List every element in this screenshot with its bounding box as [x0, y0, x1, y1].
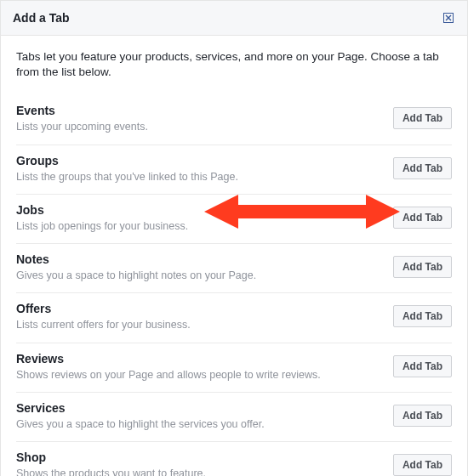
tab-description: Lists job openings for your business.: [16, 219, 385, 233]
dialog-header: Add a Tab: [1, 1, 467, 36]
dialog-title: Add a Tab: [13, 11, 70, 25]
tab-name: Offers: [16, 302, 385, 315]
tab-name: Groups: [16, 154, 385, 167]
add-tab-button-jobs[interactable]: Add Tab: [393, 207, 452, 229]
add-tab-button-shop[interactable]: Add Tab: [393, 454, 452, 476]
add-tab-button-notes[interactable]: Add Tab: [393, 256, 452, 278]
tab-row-notes: NotesGives you a space to highlight note…: [16, 243, 452, 292]
tab-row-groups: GroupsLists the groups that you've linke…: [16, 144, 452, 194]
tab-description: Lists current offers for your business.: [16, 318, 385, 332]
tab-info: ServicesGives you a space to highlight t…: [16, 401, 393, 431]
tab-info: ShopShows the products you want to featu…: [16, 450, 393, 476]
tab-info: ReviewsShows reviews on your Page and al…: [16, 352, 393, 382]
tab-row-offers: OffersLists current offers for your busi…: [16, 292, 452, 342]
tab-name: Services: [16, 401, 385, 415]
tab-row-reviews: ReviewsShows reviews on your Page and al…: [16, 343, 452, 392]
add-tab-button-offers[interactable]: Add Tab: [393, 305, 452, 327]
tab-description: Shows the products you want to feature.: [16, 467, 385, 476]
tab-row-jobs: JobsLists job openings for your business…: [16, 194, 452, 243]
close-icon: [443, 13, 454, 23]
tab-info: JobsLists job openings for your business…: [16, 203, 393, 233]
tab-name: Shop: [16, 450, 385, 464]
close-button[interactable]: [442, 11, 455, 25]
tab-info: EventsLists your upcoming events.: [16, 104, 393, 133]
add-tab-button-services[interactable]: Add Tab: [393, 405, 452, 427]
tab-description: Shows reviews on your Page and allows pe…: [16, 368, 385, 382]
add-tab-button-groups[interactable]: Add Tab: [393, 157, 452, 179]
tab-name: Reviews: [16, 352, 385, 366]
tab-info: NotesGives you a space to highlight note…: [16, 252, 393, 282]
tab-description: Gives you a space to highlight notes on …: [16, 269, 385, 282]
add-tab-button-reviews[interactable]: Add Tab: [393, 355, 452, 377]
intro-text: Tabs let you feature your products, serv…: [16, 49, 452, 80]
tab-name: Events: [16, 104, 385, 117]
tab-name: Notes: [16, 252, 385, 266]
tab-name: Jobs: [16, 203, 385, 217]
tab-info: GroupsLists the groups that you've linke…: [16, 154, 393, 184]
tab-description: Lists your upcoming events.: [16, 120, 385, 133]
tab-info: OffersLists current offers for your busi…: [16, 302, 393, 332]
tab-list: EventsLists your upcoming events.Add Tab…: [16, 95, 452, 476]
add-tab-button-events[interactable]: Add Tab: [393, 107, 452, 129]
tab-description: Lists the groups that you've linked to t…: [16, 170, 385, 184]
add-tab-dialog: Add a Tab Tabs let you feature your prod…: [0, 0, 468, 476]
tab-row-shop: ShopShows the products you want to featu…: [16, 441, 452, 476]
dialog-body: Tabs let you feature your products, serv…: [1, 36, 467, 476]
tab-row-services: ServicesGives you a space to highlight t…: [16, 392, 452, 441]
tab-row-events: EventsLists your upcoming events.Add Tab: [16, 95, 452, 144]
tab-description: Gives you a space to highlight the servi…: [16, 417, 385, 431]
